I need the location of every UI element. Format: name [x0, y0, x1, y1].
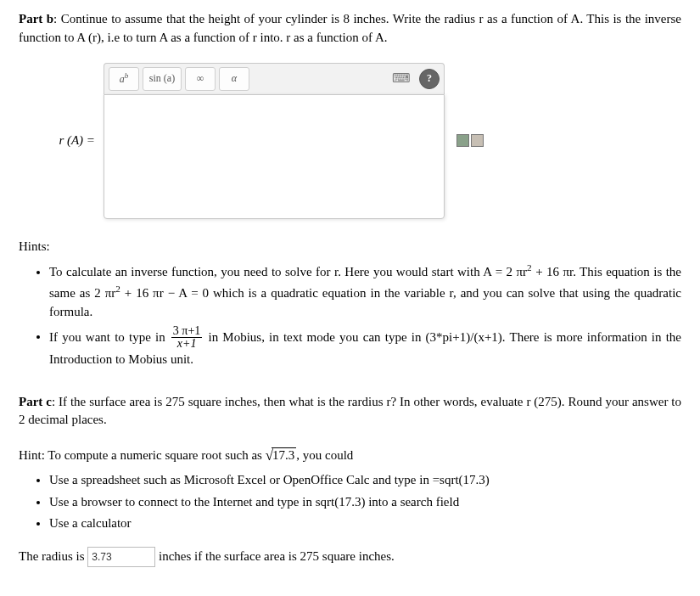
alpha-button[interactable]: α — [219, 67, 249, 91]
list-item: Use a calculator — [49, 514, 681, 533]
fraction: 3 π+1x+1 — [171, 325, 202, 351]
part-b-text: : Continue to assume that the height of … — [19, 12, 681, 44]
part-c-bullets: Use a spreadsheet such as Microsoft Exce… — [19, 471, 681, 533]
preview-icons — [456, 134, 484, 147]
hints-list: To calculate an inverse function, you ne… — [19, 261, 681, 368]
editor-toolbar: ab sin (a) ∞ α ⌨ ? — [104, 63, 445, 94]
equation-editor: ab sin (a) ∞ α ⌨ ? — [104, 63, 445, 219]
preview-icon-b[interactable] — [471, 134, 484, 147]
answer-line: The radius is inches if the surface area… — [19, 547, 681, 567]
part-c-prompt: Part c: If the surface area is 275 squar… — [19, 393, 681, 430]
list-item: Use a browser to connect to the Internet… — [49, 493, 681, 512]
part-c-hint: Hint: To compute a numeric square root s… — [19, 445, 681, 466]
keyboard-icon[interactable]: ⌨ — [387, 68, 416, 90]
part-c-text: : If the surface area is 275 square inch… — [19, 395, 681, 427]
hints-header: Hints: — [19, 238, 681, 256]
part-b-title: Part b — [19, 12, 53, 25]
part-b-prompt: Part b: Continue to assume that the heig… — [19, 10, 681, 48]
radius-input[interactable] — [87, 547, 155, 567]
hint-item-1: To calculate an inverse function, you ne… — [49, 261, 681, 321]
hint-item-2: If you want to type in 3 π+1x+1 in Mobiu… — [49, 325, 681, 369]
sin-button[interactable]: sin (a) — [143, 67, 182, 91]
superscript-button[interactable]: ab — [109, 67, 139, 91]
equation-input-area[interactable] — [104, 94, 445, 219]
infinity-button[interactable]: ∞ — [185, 67, 216, 91]
help-icon[interactable]: ? — [419, 69, 440, 89]
rA-label: r (A) = — [19, 132, 95, 150]
part-c-title: Part c — [19, 395, 52, 408]
preview-icon-a[interactable] — [456, 134, 469, 147]
equation-editor-row: r (A) = ab sin (a) ∞ α ⌨ ? — [19, 63, 681, 219]
list-item: Use a spreadsheet such as Microsoft Exce… — [49, 471, 681, 490]
sqrt-expression: 17.3 — [266, 445, 297, 466]
